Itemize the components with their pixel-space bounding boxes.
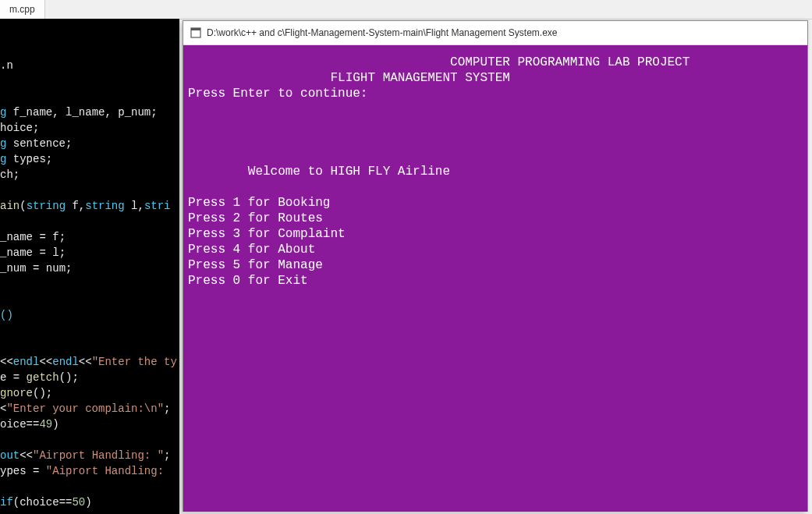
svg-rect-1	[191, 28, 200, 30]
code-line	[0, 276, 179, 292]
code-editor[interactable]: .n g f_name, l_name, p_num;hoice;g sente…	[0, 19, 179, 514]
code-line	[0, 183, 179, 198]
code-line: g types;	[0, 151, 179, 167]
console-icon	[190, 27, 202, 39]
code-line: _name = f;	[0, 229, 179, 245]
console-output[interactable]: COMPUTER PROGRAMMING LAB PROJECT FLIGHT …	[183, 45, 807, 512]
code-line: _num = num;	[0, 261, 179, 276]
code-line: ain(string f,string l,stri	[0, 198, 179, 214]
window-titlebar[interactable]: D:\work\c++ and c\Flight-Management-Syst…	[183, 21, 807, 45]
code-line: hoice;	[0, 120, 179, 136]
code-line	[0, 432, 179, 448]
code-line	[0, 89, 179, 105]
console-window: D:\work\c++ and c\Flight-Management-Syst…	[183, 20, 808, 512]
code-line: gnore();	[0, 385, 179, 401]
code-line: if(choice==50)	[0, 495, 179, 510]
window-title: D:\work\c++ and c\Flight-Management-Syst…	[207, 27, 558, 38]
code-line: ()	[0, 307, 179, 323]
code-line	[0, 323, 179, 339]
code-line: <"Enter your complain:\n";	[0, 401, 179, 417]
code-line	[0, 292, 179, 307]
code-line: .n	[0, 58, 179, 73]
code-line	[0, 479, 179, 495]
code-line	[0, 339, 179, 354]
code-line: g f_name, l_name, p_num;	[0, 105, 179, 120]
code-line	[0, 214, 179, 229]
tab-bar: m.cpp	[0, 0, 812, 19]
code-line: g sentence;	[0, 136, 179, 151]
code-line: ypes = "Aiprort Handling:	[0, 463, 179, 479]
file-tab[interactable]: m.cpp	[0, 0, 45, 19]
code-line	[0, 73, 179, 89]
tab-label: m.cpp	[9, 4, 35, 15]
code-line: ch;	[0, 167, 179, 183]
code-line: out<<"Airport Handling: ";	[0, 448, 179, 463]
code-line: _name = l;	[0, 245, 179, 261]
code-line: oice==49)	[0, 417, 179, 432]
code-line: e = getch();	[0, 370, 179, 385]
code-line: <<endl<<endl<<"Enter the ty	[0, 354, 179, 370]
